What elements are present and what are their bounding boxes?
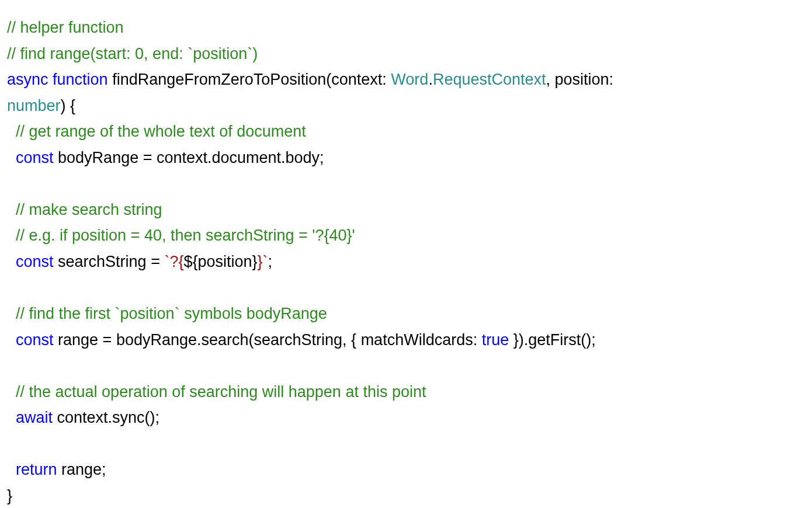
comment-text: // helper function bbox=[7, 19, 124, 36]
code-line-10: const searchString = `?{${position}}`; bbox=[7, 253, 272, 270]
type-number: number bbox=[7, 97, 61, 114]
code-line-9: // e.g. if position = 40, then searchStr… bbox=[7, 227, 355, 244]
indent bbox=[7, 331, 16, 349]
function-name: findRangeFromZeroToPosition(context: bbox=[108, 71, 391, 88]
code-line-5: // get range of the whole text of docume… bbox=[7, 123, 306, 140]
code-line-6: const bodyRange = context.document.body; bbox=[7, 149, 324, 166]
comment-text: // get range of the whole text of docume… bbox=[16, 123, 306, 140]
indent bbox=[7, 227, 16, 244]
code-line-19: } bbox=[7, 487, 12, 504]
code-line-1: // helper function bbox=[7, 19, 124, 36]
keyword-const: const bbox=[16, 149, 54, 166]
keyword-const: const bbox=[16, 253, 54, 270]
string-literal: }` bbox=[258, 253, 268, 270]
keyword-true: true bbox=[482, 331, 509, 349]
indent bbox=[7, 123, 16, 140]
code-text: context.sync(); bbox=[53, 409, 159, 426]
code-text: searchString = bbox=[54, 253, 165, 270]
comment-text: // the actual operation of searching wil… bbox=[16, 383, 426, 401]
code-line-13: const range = bodyRange.search(searchStr… bbox=[7, 331, 596, 349]
keyword-const: const bbox=[16, 331, 54, 349]
dot: . bbox=[428, 71, 433, 88]
indent bbox=[7, 461, 16, 478]
indent bbox=[7, 305, 16, 322]
indent bbox=[7, 253, 16, 270]
string-literal: `?{ bbox=[164, 253, 183, 270]
type-requestcontext: RequestContext bbox=[433, 71, 546, 88]
comment-text: // find range(start: 0, end: `position`) bbox=[7, 45, 258, 62]
code-text: range; bbox=[57, 461, 106, 478]
code-block: // helper function // find range(start: … bbox=[7, 15, 805, 508]
semicolon: ; bbox=[268, 253, 273, 270]
code-line-15: // the actual operation of searching wil… bbox=[7, 383, 426, 401]
keyword-async: async bbox=[7, 71, 53, 88]
indent bbox=[7, 409, 16, 426]
indent bbox=[7, 201, 16, 218]
code-line-4: number) { bbox=[7, 97, 75, 114]
code-line-12: // find the first `position` symbols bod… bbox=[7, 305, 327, 322]
indent bbox=[7, 383, 16, 401]
keyword-return: return bbox=[16, 461, 57, 478]
keyword-function: function bbox=[53, 71, 108, 88]
type-word: Word bbox=[391, 71, 428, 88]
keyword-await: await bbox=[16, 409, 53, 426]
code-text: range = bodyRange.search(searchString, {… bbox=[54, 331, 482, 349]
template-interpolation: ${position} bbox=[183, 253, 257, 270]
closing-brace: } bbox=[7, 487, 12, 504]
param-text: , position: bbox=[546, 71, 618, 88]
comment-text: // find the first `position` symbols bod… bbox=[16, 305, 327, 322]
code-line-3: async function findRangeFromZeroToPositi… bbox=[7, 71, 618, 88]
comment-text: // e.g. if position = 40, then searchStr… bbox=[16, 227, 355, 244]
comment-text: // make search string bbox=[16, 201, 162, 218]
code-line-8: // make search string bbox=[7, 201, 162, 218]
indent bbox=[7, 149, 16, 166]
code-text: bodyRange = context.document.body; bbox=[54, 149, 324, 166]
code-text: }).getFirst(); bbox=[509, 331, 596, 349]
code-text: ) { bbox=[61, 97, 76, 114]
code-line-2: // find range(start: 0, end: `position`) bbox=[7, 45, 258, 62]
code-line-16: await context.sync(); bbox=[7, 409, 159, 426]
code-line-18: return range; bbox=[7, 461, 106, 478]
